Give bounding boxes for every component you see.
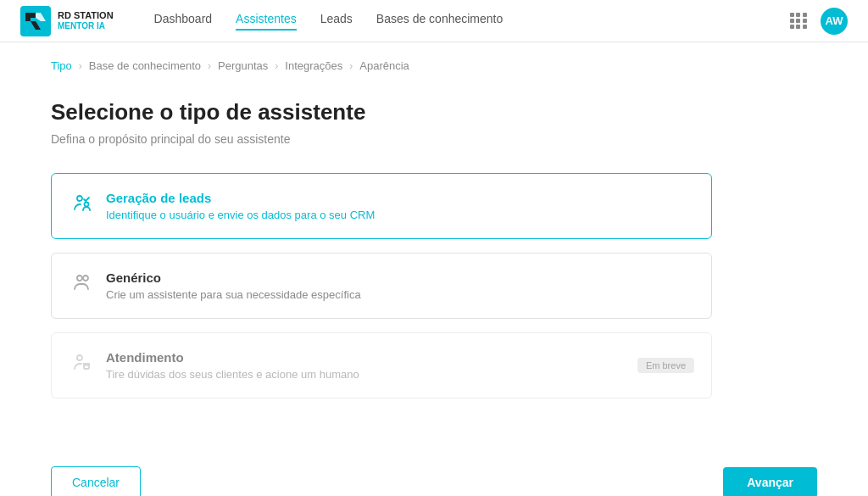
nav-dashboard[interactable]: Dashboard <box>154 12 213 31</box>
nav-links: Dashboard Assistentes Leads Bases de con… <box>154 12 763 31</box>
nav-leads[interactable]: Leads <box>320 12 353 31</box>
logo-icon <box>20 6 51 36</box>
grid-icon[interactable] <box>790 13 807 30</box>
leads-title: Geração de leads <box>106 191 691 205</box>
breadcrumb: Tipo › Base de conhecimento › Perguntas … <box>0 42 868 72</box>
option-support[interactable]: Atendimento Tire dúvidas dos seus client… <box>51 332 712 398</box>
breadcrumb-base[interactable]: Base de conhecimento <box>89 59 201 72</box>
bc-sep-2: › <box>208 60 211 72</box>
option-leads[interactable]: Geração de leads Identifique o usuário e… <box>51 173 712 239</box>
coming-soon-badge: Em breve <box>637 358 694 373</box>
breadcrumb-tipo[interactable]: Tipo <box>51 59 72 72</box>
nav-bases[interactable]: Bases de conhecimento <box>376 12 503 31</box>
footer: Cancelar Avançar <box>0 446 868 496</box>
leads-icon <box>72 192 92 218</box>
option-generic[interactable]: Genérico Crie um assistente para sua nec… <box>51 253 712 319</box>
breadcrumb-aparencia[interactable]: Aparência <box>359 59 409 72</box>
breadcrumb-perguntas[interactable]: Perguntas <box>218 59 268 72</box>
breadcrumb-integracoes[interactable]: Integrações <box>285 59 342 72</box>
avatar[interactable]: AW <box>821 8 848 35</box>
support-title: Atendimento <box>106 350 691 365</box>
main-content: Selecione o tipo de assistente Defina o … <box>0 72 763 446</box>
support-desc: Tire dúvidas dos seus clientes e acione … <box>106 368 691 381</box>
cancel-button[interactable]: Cancelar <box>51 466 141 496</box>
generic-title: Genérico <box>106 270 691 285</box>
generic-body: Genérico Crie um assistente para sua nec… <box>106 270 691 301</box>
logo-text: RD STATION MENTOR IA <box>58 10 114 31</box>
bc-sep-3: › <box>275 60 278 72</box>
svg-point-6 <box>83 276 88 281</box>
topnav: RD STATION MENTOR IA Dashboard Assistent… <box>0 0 868 42</box>
leads-desc: Identifique o usuário e envie os dados p… <box>106 209 691 221</box>
leads-body: Geração de leads Identifique o usuário e… <box>106 191 691 221</box>
bc-sep-4: › <box>349 60 353 72</box>
bc-sep-1: › <box>79 60 82 72</box>
nav-assistentes[interactable]: Assistentes <box>236 12 297 31</box>
svg-point-7 <box>77 355 82 360</box>
page-title: Selecione o tipo de assistente <box>51 99 712 125</box>
svg-point-3 <box>77 196 82 201</box>
page-subtitle: Defina o propósito principal do seu assi… <box>51 132 712 146</box>
support-body: Atendimento Tire dúvidas dos seus client… <box>106 350 691 381</box>
nav-right: AW <box>790 8 848 35</box>
svg-point-5 <box>77 276 82 281</box>
svg-point-4 <box>85 203 89 207</box>
advance-button[interactable]: Avançar <box>723 467 817 496</box>
generic-icon <box>72 272 92 298</box>
generic-desc: Crie um assistente para sua necessidade … <box>106 288 691 301</box>
logo: RD STATION MENTOR IA <box>20 6 114 36</box>
support-icon <box>72 352 92 377</box>
